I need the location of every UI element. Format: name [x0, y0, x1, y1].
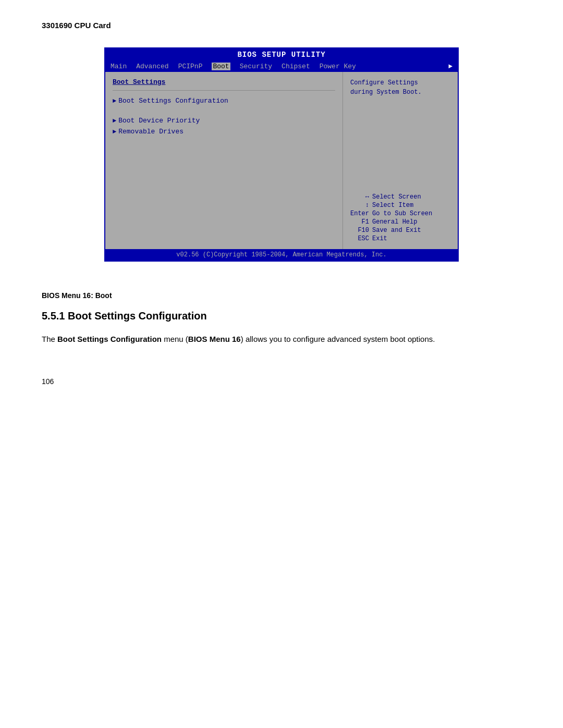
- key-f10: F10: [350, 226, 372, 235]
- bios-menu-label: BIOS Menu 16: Boot: [42, 291, 521, 300]
- paragraph-part3: ) allows you to configure advanced syste…: [241, 335, 435, 343]
- menu-boot[interactable]: Boot: [212, 63, 230, 70]
- entry-arrow-3: ►: [113, 128, 116, 135]
- key-f1: F1: [350, 218, 372, 226]
- bios-divider: [113, 90, 335, 91]
- paragraph-part1: The: [42, 335, 57, 343]
- entry-label-3: Removable Drives: [118, 128, 183, 135]
- menu-chipset[interactable]: Chipset: [282, 63, 310, 70]
- key-exit: Exit: [372, 235, 434, 243]
- section-heading: 5.5.1 Boot Settings Configuration: [42, 310, 521, 322]
- bios-help-text: Configure Settingsduring System Boot.: [350, 78, 450, 97]
- key-help-row: F10 Save and Exit: [350, 226, 434, 235]
- menu-more-arrow: ►: [448, 63, 452, 70]
- bios-section-title: Boot Settings: [113, 78, 335, 86]
- key-arrows-ud: ↕: [350, 201, 372, 209]
- key-enter: Enter: [350, 209, 372, 218]
- entry-arrow-2: ►: [113, 117, 116, 125]
- key-arrows-lr: ↔: [350, 193, 372, 201]
- menu-powerkey[interactable]: Power Key: [320, 63, 356, 70]
- bios-key-help: ↔ Select Screen ↕ Select Item Enter Go t…: [350, 193, 450, 243]
- bold-term-1: Boot Settings Configuration: [57, 335, 162, 343]
- bios-body: Boot Settings ► Boot Settings Configurat…: [105, 72, 458, 249]
- menu-pcipnp[interactable]: PCIPnP: [178, 63, 203, 70]
- entry-arrow-1: ►: [113, 97, 116, 105]
- bios-entry-boot-settings-config[interactable]: ► Boot Settings Configuration: [113, 97, 335, 105]
- key-help-row: F1 General Help: [350, 218, 434, 226]
- key-general-help: General Help: [372, 218, 434, 226]
- key-help-row: ESC Exit: [350, 235, 434, 243]
- key-save-exit: Save and Exit: [372, 226, 434, 235]
- bold-term-2: BIOS Menu 16: [188, 335, 241, 343]
- entry-label-1: Boot Settings Configuration: [118, 97, 228, 105]
- body-paragraph: The Boot Settings Configuration menu (BI…: [42, 332, 448, 346]
- key-help-row: Enter Go to Sub Screen: [350, 209, 434, 218]
- key-select-item: Select Item: [372, 201, 434, 209]
- entry-label-2: Boot Device Priority: [118, 117, 200, 125]
- bios-title-bar: BIOS SETUP UTILITY: [105, 48, 458, 61]
- key-goto-sub: Go to Sub Screen: [372, 209, 434, 218]
- bios-left-panel: Boot Settings ► Boot Settings Configurat…: [105, 72, 343, 249]
- paragraph-part2: menu (: [162, 335, 188, 343]
- key-select-screen: Select Screen: [372, 193, 434, 201]
- key-esc: ESC: [350, 235, 372, 243]
- page-number: 106: [42, 377, 521, 386]
- bios-screen: BIOS SETUP UTILITY Main Advanced PCIPnP …: [104, 47, 459, 262]
- menu-advanced[interactable]: Advanced: [136, 63, 168, 70]
- page-title: 3301690 CPU Card: [42, 21, 521, 30]
- bios-right-panel: Configure Settingsduring System Boot. ↔ …: [343, 72, 458, 249]
- bios-entry-boot-device-priority[interactable]: ► Boot Device Priority: [113, 117, 335, 125]
- bios-menu-bar[interactable]: Main Advanced PCIPnP Boot Security Chips…: [105, 61, 458, 72]
- bios-footer: v02.56 (C)Copyright 1985-2004, American …: [105, 249, 458, 261]
- key-help-row: ↕ Select Item: [350, 201, 434, 209]
- bios-entry-removable-drives[interactable]: ► Removable Drives: [113, 128, 335, 135]
- menu-security[interactable]: Security: [240, 63, 272, 70]
- key-help-row: ↔ Select Screen: [350, 193, 434, 201]
- menu-main[interactable]: Main: [111, 63, 127, 70]
